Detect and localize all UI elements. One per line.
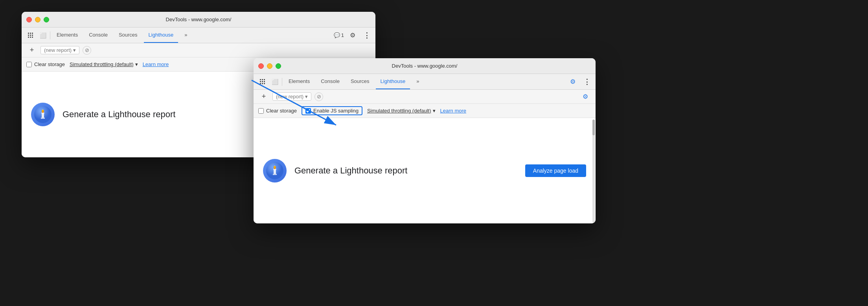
- report-dropdown-front[interactable]: (new report) ▾: [272, 92, 311, 101]
- report-dropdown-back[interactable]: (new report) ▾: [40, 46, 79, 54]
- toolbar-right-back: 💬 1: [334, 30, 372, 41]
- throttle-chevron-back: ▾: [135, 61, 138, 67]
- clear-storage-checkbox-back[interactable]: Clear storage: [26, 61, 65, 67]
- report-bar-gear[interactable]: ⚙: [580, 91, 591, 102]
- add-report-button-back[interactable]: [26, 45, 37, 56]
- clear-report-button-back[interactable]: ⊘: [83, 46, 91, 55]
- tab-sources-front[interactable]: Sources: [346, 74, 374, 89]
- learn-more-link-front[interactable]: Learn more: [440, 108, 466, 114]
- traffic-lights-back: [26, 17, 49, 22]
- learn-more-link-back[interactable]: Learn more: [143, 61, 169, 67]
- enable-js-sampling-input[interactable]: [305, 108, 311, 114]
- enable-js-sampling-checkbox[interactable]: Enable JS sampling: [302, 106, 362, 115]
- main-content-front: Generate a Lighthouse report Analyze pag…: [254, 118, 596, 223]
- scrollbar-thumb-front[interactable]: [592, 120, 595, 135]
- title-bar-front: DevTools - www.google.com/: [254, 58, 596, 74]
- report-gear-icon[interactable]: ⚙: [580, 91, 591, 102]
- close-button-front[interactable]: [258, 63, 264, 69]
- svg-rect-3: [42, 114, 44, 118]
- toolbar-separator-front: [282, 78, 282, 86]
- chat-badge[interactable]: 💬 1: [334, 32, 344, 38]
- toolbar-front: ⬜ Elements Console Sources Lighthouse »: [254, 74, 596, 90]
- responsive-icon: ⬜: [40, 32, 46, 39]
- minimize-button-front[interactable]: [267, 63, 272, 69]
- tab-elements-back[interactable]: Elements: [52, 28, 83, 43]
- toolbar-back: ⬜ Elements Console Sources Lighthouse » …: [22, 28, 375, 43]
- tab-lighthouse-back[interactable]: Lighthouse: [144, 28, 178, 43]
- device-toggle-icon[interactable]: ⬜: [37, 30, 48, 41]
- clear-storage-input-back[interactable]: [26, 62, 32, 67]
- more-tabs-icon: »: [184, 32, 187, 38]
- toolbar-right-front: [567, 76, 592, 87]
- window-title-back: DevTools - www.google.com/: [166, 17, 232, 22]
- add-report-button-front[interactable]: [258, 91, 269, 102]
- more-tabs-icon-front: »: [416, 78, 419, 84]
- devtools-window-front: DevTools - www.google.com/ ⬜ Elements Co…: [254, 58, 596, 223]
- svg-point-13: [274, 166, 276, 168]
- plus-icon-front: [262, 92, 266, 101]
- toolbar-separator-1: [50, 31, 50, 39]
- generate-title-front: Generate a Lighthouse report: [294, 166, 517, 176]
- settings-icon-front[interactable]: [567, 76, 578, 87]
- gear-icon-front: [570, 78, 576, 85]
- inspector-icon[interactable]: [25, 30, 36, 41]
- device-toggle-icon-front[interactable]: ⬜: [269, 76, 280, 87]
- report-bar-front: (new report) ▾ ⊘ ⚙: [254, 90, 596, 104]
- close-button-back[interactable]: [26, 17, 32, 22]
- throttle-select-front[interactable]: Simulated throttling (default) ▾: [367, 108, 436, 114]
- report-gear-symbol: ⚙: [583, 93, 588, 100]
- clear-storage-checkbox-front[interactable]: Clear storage: [258, 108, 297, 114]
- grid-selector-icon-front: [259, 78, 266, 85]
- plus-icon-back: [30, 46, 34, 54]
- maximize-button-back[interactable]: [44, 17, 49, 22]
- analyze-page-load-button[interactable]: Analyze page load: [525, 164, 586, 177]
- minimize-button-back[interactable]: [35, 17, 40, 22]
- traffic-lights-front: [258, 63, 281, 69]
- lighthouse-svg-back: [34, 106, 51, 123]
- maximize-button-front[interactable]: [276, 63, 281, 69]
- tab-sources-back[interactable]: Sources: [114, 28, 142, 43]
- tab-console-back[interactable]: Console: [84, 28, 112, 43]
- tab-more-front[interactable]: »: [412, 74, 424, 89]
- responsive-icon-front: ⬜: [272, 79, 278, 85]
- scrollbar-front[interactable]: [592, 120, 595, 223]
- options-bar-front: Clear storage Enable JS sampling Simulat…: [254, 104, 596, 118]
- dots-icon-back: [363, 31, 370, 40]
- title-bar-back: DevTools - www.google.com/: [22, 12, 375, 28]
- throttle-chevron-front: ▾: [433, 108, 436, 114]
- svg-rect-4: [41, 118, 45, 119]
- chat-icon: 💬: [334, 32, 340, 38]
- svg-point-6: [42, 110, 44, 112]
- lighthouse-svg-front: [266, 162, 283, 179]
- tab-elements-front[interactable]: Elements: [284, 74, 314, 89]
- grid-selector-icon: [27, 32, 34, 39]
- svg-rect-10: [274, 170, 276, 174]
- tab-more-back[interactable]: »: [180, 28, 192, 43]
- inspector-icon-front[interactable]: [257, 76, 268, 87]
- tab-lighthouse-front[interactable]: Lighthouse: [376, 74, 410, 89]
- clear-report-button-front[interactable]: ⊘: [314, 92, 323, 101]
- circle-slash-icon-front: ⊘: [317, 94, 321, 100]
- tab-console-front[interactable]: Console: [316, 74, 344, 89]
- menu-icon-back[interactable]: [361, 30, 372, 41]
- throttle-select-back[interactable]: Simulated throttling (default) ▾: [70, 61, 138, 67]
- dropdown-chevron-front: ▾: [305, 94, 308, 100]
- svg-rect-11: [273, 174, 277, 175]
- dots-icon-front: [583, 77, 590, 86]
- dropdown-chevron-back: ▾: [73, 47, 76, 53]
- circle-slash-icon-back: ⊘: [85, 47, 89, 53]
- settings-icon-back[interactable]: [347, 30, 358, 41]
- report-bar-back: (new report) ▾ ⊘: [22, 43, 375, 57]
- lighthouse-logo-front: [263, 159, 287, 182]
- clear-storage-input-front[interactable]: [258, 108, 264, 114]
- lighthouse-logo-back: [31, 103, 55, 126]
- gear-icon-back: [350, 31, 355, 39]
- menu-icon-front[interactable]: [581, 76, 592, 87]
- window-title-front: DevTools - www.google.com/: [392, 63, 458, 69]
